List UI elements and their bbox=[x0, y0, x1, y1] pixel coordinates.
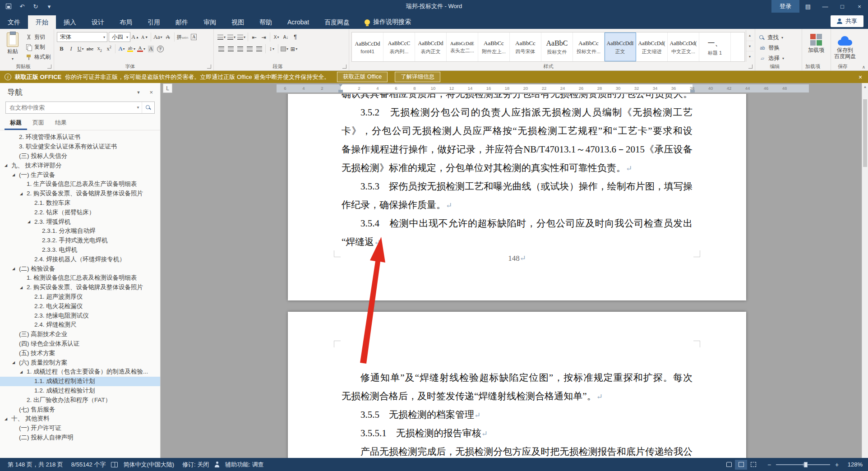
collapse-triangle-icon[interactable]: ◢ bbox=[20, 370, 27, 374]
style-gallery-item[interactable]: AaBbCc投标文件... bbox=[573, 32, 605, 61]
style-gallery-item[interactable]: AaBbCcC表内列... bbox=[383, 32, 415, 61]
bold-button[interactable]: B bbox=[57, 44, 66, 54]
increase-indent-button[interactable]: ⇥ bbox=[259, 32, 268, 42]
ribbon-tab[interactable]: 文件 bbox=[0, 15, 28, 29]
proofing-icon[interactable] bbox=[111, 462, 118, 467]
nav-tree-item[interactable]: 1.1. 成橇过程制造计划 bbox=[0, 377, 160, 386]
ribbon-tab[interactable]: 邮件 bbox=[168, 15, 196, 29]
zoom-in-icon[interactable]: + bbox=[834, 461, 840, 468]
numbering-button[interactable]: ▾ bbox=[226, 32, 236, 42]
nav-tree-item[interactable]: 2. 出厂验收办法和程序（FAT） bbox=[0, 395, 160, 405]
close-button[interactable]: × bbox=[851, 0, 868, 13]
font-size-select[interactable]: 小四▾ bbox=[109, 32, 130, 42]
ribbon-tab[interactable]: 开始 bbox=[28, 15, 56, 29]
find-button[interactable]: 查找▾ bbox=[757, 33, 800, 42]
style-scroll-down-icon[interactable]: ▼ bbox=[746, 41, 753, 52]
track-changes-indicator[interactable]: 修订: 关闭 bbox=[178, 461, 213, 469]
tab-selector-button[interactable]: L bbox=[163, 83, 172, 93]
nav-tree-item[interactable]: 2.3.1. 分水嘴自动焊 bbox=[0, 226, 160, 236]
borders-button[interactable]: ⊞▾ bbox=[289, 44, 299, 54]
nav-tree-item[interactable]: (四) 绿色企业体系认证 bbox=[0, 339, 160, 349]
accessibility-status[interactable]: 辅助功能: 调查 bbox=[221, 461, 268, 469]
align-left-button[interactable] bbox=[217, 44, 226, 54]
nav-tab[interactable]: 标题 bbox=[5, 117, 27, 130]
grow-font-button[interactable]: A▲ bbox=[130, 32, 140, 42]
nav-tree-item[interactable]: 3. 职业健安全认证体系有效认证证书 bbox=[0, 142, 160, 152]
clear-formatting-button[interactable]: A bbox=[163, 32, 173, 42]
ribbon-display-options-icon[interactable]: ▤ bbox=[799, 0, 817, 13]
enclose-characters-button[interactable]: 字 bbox=[156, 44, 165, 54]
collapse-triangle-icon[interactable]: ◢ bbox=[12, 267, 19, 271]
nav-tree-item[interactable]: ◢九、 技术详评部分 bbox=[0, 161, 160, 170]
nav-tree-item[interactable]: (一) 开户许可证 bbox=[0, 424, 160, 433]
style-gallery-item[interactable]: AaBbC投标文件 bbox=[541, 32, 573, 61]
format-painter-button[interactable]: 格式刷 bbox=[24, 52, 52, 61]
subscript-button[interactable]: x2 bbox=[95, 44, 104, 54]
asian-layout-button[interactable]: X▾ bbox=[272, 32, 281, 42]
search-input[interactable] bbox=[6, 104, 134, 111]
addins-button[interactable]: 加载项 bbox=[803, 30, 829, 53]
decrease-indent-button[interactable]: ⇤ bbox=[249, 32, 259, 42]
distribute-button[interactable] bbox=[254, 44, 264, 54]
sort-button[interactable]: A↓ bbox=[281, 32, 291, 42]
left-indent-marker[interactable] bbox=[338, 90, 343, 92]
underline-button[interactable]: U▾ bbox=[76, 44, 85, 54]
line-spacing-button[interactable]: ↕▾ bbox=[267, 44, 277, 54]
ribbon-tab[interactable]: 设计 bbox=[84, 15, 112, 29]
nav-tree-item[interactable]: 2.3.2. 手持式激光电焊机 bbox=[0, 236, 160, 245]
shading-button[interactable]: ▾ bbox=[280, 44, 289, 54]
document-viewport[interactable]: 确认其具备相应资质后，将无损检测业务分包给有无损检测资质的分包公司负责人。3.5… bbox=[161, 94, 862, 458]
warning-close-icon[interactable]: × bbox=[853, 74, 868, 81]
share-button[interactable]: 共享 bbox=[831, 15, 863, 27]
clipboard-dialog-launcher-icon[interactable] bbox=[47, 65, 51, 69]
nav-tree-item[interactable]: 2.4. 焊接机器人（环缝焊接专机） bbox=[0, 254, 160, 264]
bullets-button[interactable]: ▾ bbox=[217, 32, 226, 42]
save-icon[interactable] bbox=[2, 3, 15, 10]
style-gallery-item[interactable]: AaBbCc附件左上... bbox=[478, 32, 510, 61]
word-count[interactable]: 8/55142 个字 bbox=[67, 461, 110, 469]
select-button[interactable]: ▱选择▾ bbox=[757, 54, 800, 63]
nav-tree-item[interactable]: ◢十、 其他资料 bbox=[0, 414, 160, 424]
collapse-triangle-icon[interactable]: ◢ bbox=[20, 286, 27, 290]
zoom-slider-thumb[interactable] bbox=[804, 462, 808, 467]
tell-me-search[interactable]: 操作说明搜索 bbox=[365, 15, 411, 29]
paragraph-dialog-launcher-icon[interactable] bbox=[342, 65, 346, 69]
vertical-scrollbar[interactable]: ▲ bbox=[862, 83, 868, 458]
undo-icon[interactable]: ↶ bbox=[15, 3, 29, 10]
scrollbar-thumb[interactable] bbox=[863, 99, 867, 167]
web-layout-button[interactable] bbox=[747, 460, 759, 470]
ribbon-tab[interactable]: 引用 bbox=[140, 15, 168, 29]
italic-button[interactable]: I bbox=[66, 44, 76, 54]
highlight-color-button[interactable]: ab▾ bbox=[126, 44, 136, 54]
font-dialog-launcher-icon[interactable] bbox=[207, 65, 211, 69]
nav-tree-item[interactable]: ◢(一) 生产设备 bbox=[0, 170, 160, 180]
collapse-triangle-icon[interactable]: ◢ bbox=[28, 220, 34, 224]
nav-tree-item[interactable]: 2. 环境管理体系认证书 bbox=[0, 133, 160, 142]
customize-qat-icon[interactable]: ▾ bbox=[42, 3, 56, 10]
nav-tree-item[interactable]: (七) 售后服务 bbox=[0, 405, 160, 414]
style-gallery-more-icon[interactable]: ▼ bbox=[746, 51, 753, 62]
nav-pane-options-icon[interactable]: ▼ bbox=[136, 90, 140, 95]
font-color-button[interactable]: A▾ bbox=[136, 44, 146, 54]
align-right-button[interactable] bbox=[235, 44, 245, 54]
text-effects-button[interactable]: A▾ bbox=[117, 44, 126, 54]
nav-tree-item[interactable]: 1.2. 成橇过程检验计划 bbox=[0, 386, 160, 396]
strikethrough-button[interactable]: abc bbox=[85, 44, 95, 54]
nav-tree-item[interactable]: (五) 技术方案 bbox=[0, 348, 160, 358]
ribbon-tab[interactable]: 插入 bbox=[56, 15, 84, 29]
style-gallery-item[interactable]: AaBbCc四号宋体 bbox=[510, 32, 541, 61]
zoom-out-icon[interactable]: − bbox=[766, 461, 772, 468]
style-scroll-up-icon[interactable]: ▲ bbox=[746, 30, 753, 41]
nav-tree-item[interactable]: 2.3. 绝缘电阻测试仪 bbox=[0, 311, 160, 320]
save-to-baidu-button[interactable]: 保存到 百度网盘 bbox=[832, 30, 858, 60]
print-layout-button[interactable] bbox=[735, 460, 747, 470]
replace-button[interactable]: ab替换 bbox=[757, 43, 800, 53]
collapse-ribbon-icon[interactable]: ∧ bbox=[862, 65, 865, 69]
nav-tree-item[interactable]: ◢1. 成橇过程（包含主要设备）的制造及检验... bbox=[0, 367, 160, 377]
horizontal-ruler[interactable]: 6422468101214161820222426283032343638404… bbox=[277, 84, 809, 92]
collapse-triangle-icon[interactable]: ◢ bbox=[5, 417, 11, 421]
styles-dialog-launcher-icon[interactable] bbox=[748, 65, 753, 69]
page-indicator[interactable]: 第 148 页，共 218 页 bbox=[4, 461, 67, 469]
style-gallery-item[interactable]: 一、标题 1 bbox=[699, 32, 731, 61]
ribbon-tab[interactable]: 审阅 bbox=[196, 15, 224, 29]
